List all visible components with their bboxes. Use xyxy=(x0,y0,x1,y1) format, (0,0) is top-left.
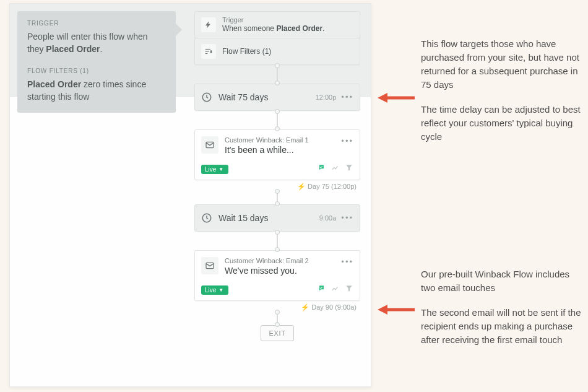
svg-marker-9 xyxy=(378,93,387,103)
envelope-icon xyxy=(201,136,218,154)
more-icon[interactable]: ••• xyxy=(341,136,353,146)
annotation-2: Our pre-built Winback Flow includes two … xyxy=(421,268,582,347)
email-2-subject: We've missed you. xyxy=(225,266,309,276)
flow-column: Trigger When someone Placed Order. Flow … xyxy=(194,11,360,341)
filter-list-icon xyxy=(201,44,216,59)
svg-rect-2 xyxy=(205,53,208,54)
check-icon[interactable] xyxy=(318,163,326,175)
filters-card[interactable]: Flow Filters (1) xyxy=(194,38,360,65)
analytics-icon[interactable] xyxy=(331,163,340,175)
clock-icon xyxy=(201,92,212,103)
status-badge[interactable]: Live ▼ xyxy=(201,165,228,174)
trigger-description: People will enter this flow when they Pl… xyxy=(27,30,166,55)
filter-description: Placed Order zero times since starting t… xyxy=(27,78,166,103)
connector xyxy=(277,191,278,204)
svg-rect-0 xyxy=(205,49,210,50)
email-2-title: Customer Winback: Email 2 xyxy=(225,257,309,264)
email-2-timestamp-text: Day 90 (9:00a) xyxy=(311,303,357,311)
email-card-2[interactable]: Customer Winback: Email 2 We've missed y… xyxy=(194,250,360,301)
trigger-card[interactable]: Trigger When someone Placed Order. xyxy=(194,11,360,38)
arrow-icon xyxy=(378,92,415,104)
trigger-card-text: When someone Placed Order. xyxy=(222,24,324,33)
svg-rect-3 xyxy=(210,50,212,53)
trigger-card-bold: Placed Order xyxy=(276,24,322,33)
wait-card-2[interactable]: Wait 15 days 9:00a ••• xyxy=(194,204,360,232)
email-1-timestamp-text: Day 75 (12:00p) xyxy=(308,183,357,190)
annotation-2-p1: Our pre-built Winback Flow includes two … xyxy=(421,268,582,295)
connector xyxy=(277,111,278,129)
connector xyxy=(277,311,278,325)
svg-rect-1 xyxy=(205,51,209,51)
bolt-icon: ⚡ xyxy=(301,303,309,311)
envelope-icon xyxy=(201,257,218,274)
trigger-card-pre: When someone xyxy=(222,24,276,33)
trigger-card-post: . xyxy=(322,24,324,33)
svg-marker-11 xyxy=(378,305,387,315)
status-badge[interactable]: Live ▼ xyxy=(201,285,228,295)
filter-bold: Placed Order xyxy=(27,79,81,89)
flow-builder-panel: TRIGGER People will enter this flow when… xyxy=(9,3,371,387)
connector xyxy=(277,65,278,84)
trigger-heading: TRIGGER xyxy=(27,20,166,27)
annotation-1-p1: This flow targets those who have purchas… xyxy=(421,37,582,92)
trigger-bold: Placed Order xyxy=(46,44,100,54)
annotation-2-p2: The second email will not be sent if the… xyxy=(421,306,582,347)
email-metric-icons xyxy=(318,163,353,175)
more-icon[interactable]: ••• xyxy=(341,257,353,266)
wait-card-1[interactable]: Wait 75 days 12:00p ••• xyxy=(194,84,360,111)
email-card-1[interactable]: Customer Winback: Email 1 It's been a wh… xyxy=(194,129,360,180)
bolt-icon xyxy=(201,17,216,32)
filters-card-label: Flow Filters (1) xyxy=(222,46,271,56)
bolt-icon: ⚡ xyxy=(297,183,306,190)
analytics-icon[interactable] xyxy=(331,284,340,295)
clock-icon xyxy=(201,212,212,224)
status-text: Live xyxy=(205,166,216,173)
email-1-title: Customer Winback: Email 1 xyxy=(225,136,309,144)
funnel-icon[interactable] xyxy=(345,163,353,175)
wait-2-label: Wait 15 days xyxy=(218,213,268,223)
trigger-card-label: Trigger xyxy=(222,16,324,24)
caret-down-icon: ▼ xyxy=(218,287,223,293)
wait-2-time: 9:00a xyxy=(319,214,337,222)
check-icon[interactable] xyxy=(318,284,326,295)
exit-node[interactable]: EXIT xyxy=(261,325,294,341)
filters-heading: FLOW FILTERS (1) xyxy=(27,68,166,74)
connector xyxy=(277,232,278,250)
wait-1-label: Wait 75 days xyxy=(218,92,268,102)
annotation-1-p2: The time delay can be adjusted to best r… xyxy=(421,103,582,144)
annotation-1: This flow targets those who have purchas… xyxy=(421,37,582,144)
email-1-subject: It's been a while... xyxy=(225,145,309,155)
funnel-icon[interactable] xyxy=(345,284,353,295)
email-metric-icons xyxy=(318,284,353,295)
status-text: Live xyxy=(205,287,216,294)
wait-1-time: 12:00p xyxy=(316,94,337,101)
arrow-icon xyxy=(378,303,415,316)
trigger-summary-card[interactable]: TRIGGER People will enter this flow when… xyxy=(17,11,176,113)
caret-down-icon: ▼ xyxy=(218,167,223,172)
trigger-post: . xyxy=(100,44,103,54)
